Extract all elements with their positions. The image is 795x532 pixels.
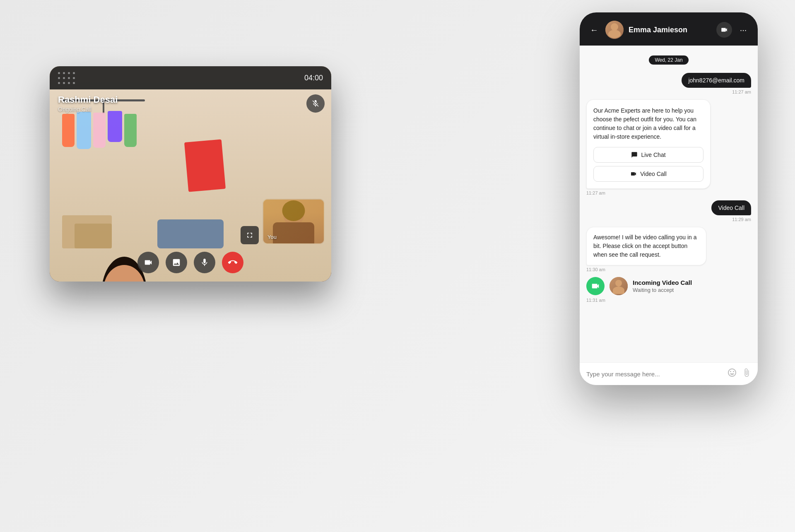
mic-button[interactable]	[194, 252, 215, 273]
back-button[interactable]: ←	[588, 25, 600, 35]
chat-input-area	[580, 362, 758, 385]
user-video-call-message: Video Call 11:29 am	[586, 200, 751, 222]
agent-response-time: 11:30 am	[586, 267, 605, 272]
email-bubble: john8276@email.com	[682, 73, 751, 88]
contact-avatar	[605, 21, 624, 39]
end-call-button[interactable]	[222, 252, 243, 273]
video-call-option-button[interactable]: Video Call	[593, 166, 703, 182]
live-chat-button[interactable]: Live Chat	[593, 147, 703, 163]
user-msg-time: 11:29 am	[732, 217, 751, 222]
incoming-call-info: Incoming Video Call Waiting to accept	[633, 279, 751, 293]
emoji-button[interactable]	[727, 368, 737, 380]
incoming-call-row: Incoming Video Call Waiting to accept	[586, 277, 751, 295]
chat-messages: Wed, 22 Jan john8276@email.com 11:27 am …	[580, 46, 758, 362]
mute-button[interactable]	[306, 94, 325, 113]
email-message: john8276@email.com 11:27 am	[586, 73, 751, 94]
live-chat-label: Live Chat	[641, 152, 665, 158]
call-timer: 04:00	[304, 74, 323, 82]
caller-name: Rashmi Desai	[58, 94, 118, 105]
incoming-call-notification: Incoming Video Call Waiting to accept 11…	[586, 277, 751, 303]
user-bubble: Video Call	[711, 200, 751, 215]
message-input[interactable]	[586, 371, 722, 378]
incoming-call-subtitle: Waiting to accept	[633, 287, 751, 293]
video-controls	[137, 252, 243, 273]
phone-chat-container: ← Emma Jamieson ··· Wed, 22 Jan john82	[580, 12, 758, 385]
email-time: 11:27 am	[732, 89, 751, 94]
clothes-rack	[58, 99, 149, 232]
incoming-caller-avatar	[610, 277, 628, 295]
date-badge: Wed, 22 Jan	[649, 55, 688, 65]
attachment-button[interactable]	[742, 368, 751, 380]
video-call-tablet: 04:00 Rashmi Desai Ongoing Call You	[50, 66, 331, 282]
jeans-pile	[157, 219, 224, 248]
agent-bubble-text: Our Acme Experts are here to help you ch…	[593, 106, 703, 141]
agent-options-message: Our Acme Experts are here to help you ch…	[586, 99, 751, 195]
self-video-thumbnail: You	[263, 199, 325, 244]
agent-bubble: Our Acme Experts are here to help you ch…	[586, 99, 711, 189]
incoming-call-time: 11:31 am	[586, 298, 751, 303]
grid-dots	[58, 72, 76, 84]
agent-msg-time: 11:27 am	[586, 190, 605, 195]
call-info: Rashmi Desai Ongoing Call	[58, 94, 118, 113]
incoming-call-icon	[586, 277, 605, 295]
contact-name: Emma Jamieson	[629, 26, 711, 34]
camera-button[interactable]	[137, 252, 159, 273]
red-book	[184, 139, 226, 192]
image-button[interactable]	[166, 252, 187, 273]
incoming-call-title: Incoming Video Call	[633, 279, 751, 286]
self-label: You	[267, 234, 277, 240]
agent-text-bubble: Awesome! I will be video calling you in …	[586, 227, 706, 265]
call-status: Ongoing Call	[58, 106, 118, 113]
more-options-button[interactable]: ···	[737, 25, 749, 35]
expand-button[interactable]	[241, 226, 259, 244]
video-call-header-button[interactable]	[716, 22, 732, 38]
date-divider: Wed, 22 Jan	[586, 55, 751, 65]
phone-header: ← Emma Jamieson ···	[580, 12, 758, 46]
agent-response-message: Awesome! I will be video calling you in …	[586, 227, 751, 272]
video-call-option-label: Video Call	[640, 171, 667, 177]
tablet-header: 04:00	[50, 66, 331, 89]
